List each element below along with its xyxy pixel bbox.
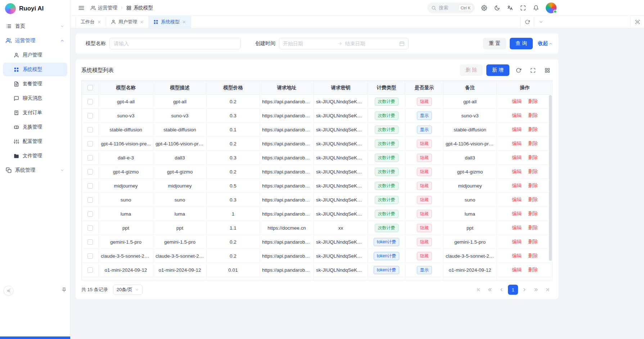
- delete-link[interactable]: 删除: [528, 169, 538, 174]
- tab-system-model[interactable]: 系统模型: [149, 16, 191, 28]
- edit-link[interactable]: 编辑: [512, 197, 522, 202]
- sidebar-toggle-button[interactable]: [76, 2, 87, 14]
- page-size-select[interactable]: 20条/页: [113, 285, 143, 295]
- edit-link[interactable]: 编辑: [512, 113, 522, 118]
- delete-link[interactable]: 删除: [528, 267, 538, 272]
- row-checkbox[interactable]: [87, 141, 93, 146]
- edit-link[interactable]: 编辑: [512, 99, 522, 104]
- user-menu[interactable]: [545, 2, 557, 14]
- collapse-filter-link[interactable]: 收起: [538, 40, 553, 47]
- row-checkbox[interactable]: [87, 267, 93, 273]
- tab-user-mgmt[interactable]: 用户管理: [106, 16, 149, 28]
- delete-link[interactable]: 删除: [528, 141, 538, 146]
- query-button[interactable]: 查 询: [510, 38, 533, 49]
- edit-link[interactable]: 编辑: [512, 155, 522, 160]
- table-fullscreen-button[interactable]: [527, 65, 538, 76]
- end-date-input[interactable]: [345, 41, 397, 46]
- first-page-button[interactable]: [473, 285, 483, 295]
- edit-link[interactable]: 编辑: [512, 239, 522, 244]
- tab-menu-button[interactable]: [534, 16, 548, 28]
- column-settings-button[interactable]: [542, 65, 553, 76]
- prev-page-button[interactable]: [496, 285, 506, 295]
- add-button[interactable]: 新 增: [486, 64, 509, 76]
- language-button[interactable]: [504, 2, 516, 14]
- select-all-checkbox[interactable]: [87, 85, 93, 90]
- delete-link[interactable]: 删除: [528, 239, 538, 244]
- global-search[interactable]: 搜索 Ctrl K: [427, 3, 475, 13]
- row-checkbox[interactable]: [87, 211, 93, 217]
- sidebar-item-operations[interactable]: 运营管理: [3, 34, 67, 48]
- scrollbar-thumb[interactable]: [549, 95, 552, 261]
- row-checkbox[interactable]: [87, 253, 93, 259]
- sidebar-collapse-button[interactable]: [4, 286, 13, 295]
- delete-link[interactable]: 删除: [528, 99, 538, 104]
- delete-link[interactable]: 删除: [528, 155, 538, 160]
- cell-request-url: https://api.pandarobo...: [260, 179, 314, 193]
- edit-link[interactable]: 编辑: [512, 267, 522, 272]
- app-window: Ruoyi AI 首页 运营管理 用户管理 系统模型: [0, 0, 644, 339]
- sidebar-item-config-mgmt[interactable]: 配置管理: [3, 135, 67, 148]
- row-checkbox[interactable]: [87, 169, 93, 175]
- sidebar-item-file-mgmt[interactable]: 文件管理: [3, 149, 67, 163]
- jump-forward-button[interactable]: [531, 285, 541, 295]
- table-refresh-button[interactable]: [513, 65, 524, 76]
- row-checkbox[interactable]: [87, 127, 93, 132]
- fullscreen-icon: [520, 5, 526, 11]
- close-icon[interactable]: [140, 20, 144, 24]
- sidebar-item-payment-orders[interactable]: 支付订单: [3, 106, 67, 119]
- theme-toggle-button[interactable]: [491, 2, 503, 14]
- start-date-input[interactable]: [283, 41, 334, 46]
- edit-link[interactable]: 编辑: [512, 127, 522, 132]
- table-scrollbar[interactable]: [549, 95, 552, 279]
- notifications-button[interactable]: [530, 2, 542, 14]
- row-checkbox[interactable]: [87, 113, 93, 118]
- row-checkbox[interactable]: [87, 99, 93, 104]
- edit-link[interactable]: 编辑: [512, 141, 522, 146]
- row-checkbox[interactable]: [87, 239, 93, 245]
- row-checkbox[interactable]: [87, 155, 93, 161]
- page-number-button[interactable]: 1: [508, 285, 518, 295]
- close-icon[interactable]: [97, 20, 101, 24]
- reset-button[interactable]: 重 置: [483, 38, 506, 49]
- sidebar-item-system-mgmt[interactable]: 系统管理: [3, 163, 67, 177]
- row-checkbox[interactable]: [87, 225, 93, 231]
- delete-link[interactable]: 删除: [528, 225, 538, 230]
- delete-link[interactable]: 删除: [528, 113, 538, 118]
- delete-link[interactable]: 删除: [528, 127, 538, 132]
- edit-link[interactable]: 编辑: [512, 253, 522, 258]
- sidebar-item-redeem-mgmt[interactable]: 兑换管理: [3, 120, 67, 134]
- row-checkbox[interactable]: [87, 197, 93, 203]
- delete-link[interactable]: 删除: [528, 211, 538, 216]
- delete-link[interactable]: 删除: [528, 183, 538, 188]
- bulk-delete-button[interactable]: 删 除: [460, 64, 483, 76]
- tab-workbench[interactable]: 工作台: [76, 16, 106, 28]
- jump-back-button[interactable]: [485, 285, 495, 295]
- cell-request-url: https://api.pandarobo...: [260, 109, 314, 123]
- last-page-button[interactable]: [542, 285, 553, 295]
- row-checkbox[interactable]: [87, 183, 93, 189]
- sidebar-item-package-mgmt[interactable]: 套餐管理: [3, 77, 67, 91]
- create-time-range-picker[interactable]: [279, 38, 409, 49]
- edit-link[interactable]: 编辑: [512, 183, 522, 188]
- fullscreen-button[interactable]: [517, 2, 529, 14]
- sidebar-item-user-mgmt[interactable]: 用户管理: [3, 48, 67, 62]
- sidebar-item-home[interactable]: 首页: [3, 19, 67, 33]
- next-page-button[interactable]: [519, 285, 530, 295]
- breadcrumb-item-operations[interactable]: 运营管理: [91, 5, 117, 11]
- table-body: gpt-4-all gpt-all 0.2 https://api.pandar…: [82, 95, 553, 281]
- close-icon[interactable]: [182, 20, 186, 24]
- edit-link[interactable]: 编辑: [512, 225, 522, 230]
- sidebar-item-chat-messages[interactable]: 聊天消息: [3, 91, 67, 105]
- settings-button[interactable]: [478, 2, 490, 14]
- billing-tag: 次数计费: [375, 154, 398, 162]
- edit-link[interactable]: 编辑: [512, 169, 522, 174]
- edit-link[interactable]: 编辑: [512, 211, 522, 216]
- tab-refresh-button[interactable]: [520, 16, 534, 28]
- sidebar-pin-button[interactable]: [62, 287, 67, 292]
- delete-link[interactable]: 删除: [528, 253, 538, 258]
- delete-link[interactable]: 删除: [528, 197, 538, 202]
- cell-request-url: https://api.pandarobo...: [260, 263, 314, 277]
- content-maximize-button[interactable]: [630, 16, 644, 28]
- model-name-input[interactable]: [109, 38, 241, 49]
- sidebar-item-system-model[interactable]: 系统模型: [3, 63, 67, 76]
